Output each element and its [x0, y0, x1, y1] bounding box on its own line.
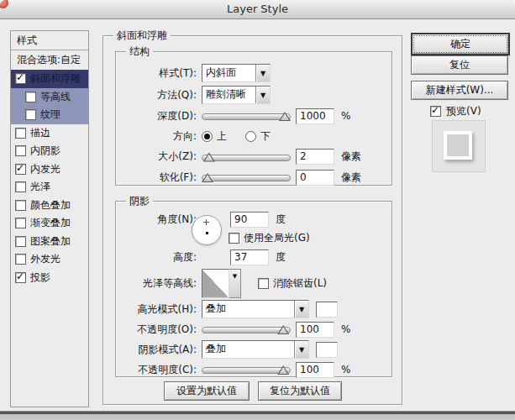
effect-checkbox[interactable]: [15, 73, 26, 84]
chevron-down-icon[interactable]: ▼: [294, 341, 308, 358]
size-unit: 像素: [341, 150, 361, 164]
set-default-button[interactable]: 设置为默认值: [164, 381, 250, 401]
effect-checkbox[interactable]: [15, 145, 26, 156]
style-row: 样式(T): 内斜面 ▼: [116, 62, 392, 84]
sidebar-item[interactable]: 等高线: [11, 88, 88, 107]
highlight-opacity-input[interactable]: 100: [296, 322, 334, 338]
shadow-opacity-label: 不透明度(C):: [123, 363, 197, 377]
preview-checkbox[interactable]: [430, 106, 441, 117]
size-input[interactable]: 2: [296, 149, 334, 165]
direction-up-radio[interactable]: [202, 131, 213, 142]
effect-checkbox[interactable]: [15, 128, 26, 139]
highlight-mode-dropdown[interactable]: 叠加 ▼: [202, 300, 309, 318]
soften-input[interactable]: 0: [296, 170, 334, 186]
sidebar-item[interactable]: 渐变叠加: [11, 214, 88, 233]
global-light-checkbox[interactable]: [229, 233, 239, 244]
window-bottom-edge: [0, 411, 515, 420]
shadow-mode-label: 阴影模式(A):: [123, 343, 197, 357]
style-label: 样式(T):: [123, 66, 197, 81]
effect-checkbox[interactable]: [25, 92, 36, 102]
sidebar-header: 样式: [11, 31, 88, 50]
direction-up-label[interactable]: 上: [217, 129, 227, 144]
sidebar-item-blending-options[interactable]: 混合选项:自定: [11, 50, 88, 70]
direction-down-label[interactable]: 下: [260, 129, 271, 144]
effect-checkbox[interactable]: [15, 200, 26, 211]
contour-thumbnail-icon[interactable]: [202, 269, 229, 298]
sidebar-item[interactable]: 内发光: [11, 160, 88, 179]
shadow-mode-value: 叠加: [202, 341, 294, 358]
depth-row: 深度(D): 1000 %: [116, 106, 392, 126]
sidebar-item[interactable]: 内阴影: [11, 142, 88, 160]
structure-group-title: 结构: [126, 45, 153, 59]
depth-slider[interactable]: [202, 109, 291, 123]
ok-button[interactable]: 确定: [411, 33, 510, 55]
sidebar-item[interactable]: 斜面和浮雕: [11, 70, 88, 88]
direction-down-radio[interactable]: [245, 131, 256, 142]
reset-default-button[interactable]: 复位为默认值: [258, 381, 342, 401]
sidebar-item[interactable]: 外发光: [11, 250, 88, 269]
effect-checkbox[interactable]: [15, 164, 26, 175]
effect-checkbox[interactable]: [15, 254, 26, 265]
sidebar-item-label: 渐变叠加: [30, 216, 71, 230]
depth-input[interactable]: 1000: [296, 108, 334, 124]
size-label: 大小(Z):: [123, 150, 197, 164]
altitude-input[interactable]: 37: [230, 249, 269, 265]
depth-unit: %: [341, 110, 350, 122]
shading-group: 阴影 角度(N): 90 度 使用全局光(G) 高度: 37 度: [115, 201, 392, 377]
sidebar-item[interactable]: 纹理: [11, 106, 88, 124]
reset-button[interactable]: 复位: [411, 55, 508, 75]
technique-dropdown[interactable]: 雕刻清晰 ▼: [202, 86, 271, 104]
preview-row: 预览(V): [430, 104, 481, 118]
soften-unit: 像素: [341, 171, 361, 185]
slider-track[interactable]: [202, 327, 291, 333]
sidebar-item[interactable]: 光泽: [11, 178, 88, 197]
slider-track[interactable]: [202, 113, 291, 120]
slider-track[interactable]: [202, 367, 291, 374]
soften-slider[interactable]: [202, 171, 291, 184]
angle-input[interactable]: 90: [230, 212, 269, 228]
size-slider[interactable]: [202, 150, 291, 164]
sidebar-item[interactable]: 投影: [11, 269, 88, 287]
effect-checkbox[interactable]: [15, 272, 26, 283]
angle-dial[interactable]: [192, 215, 222, 245]
effect-checkbox[interactable]: [15, 236, 26, 247]
size-row: 大小(Z): 2 像素: [116, 146, 392, 167]
anti-alias-checkbox[interactable]: [258, 278, 269, 289]
slider-track[interactable]: [202, 175, 291, 181]
chevron-down-icon[interactable]: ▼: [294, 301, 308, 318]
effect-checkbox[interactable]: [15, 181, 26, 192]
angle-center-dot-icon: [206, 232, 208, 234]
highlight-mode-label: 高光模式(H):: [123, 302, 197, 317]
style-dropdown[interactable]: 内斜面 ▼: [202, 64, 271, 82]
chevron-down-icon[interactable]: ▼: [255, 87, 270, 103]
chevron-down-icon[interactable]: ▼: [229, 269, 241, 298]
sidebar-item-label: 投影: [30, 270, 50, 285]
sidebar-item[interactable]: 颜色叠加: [11, 197, 88, 215]
effect-checkbox[interactable]: [25, 109, 36, 120]
preview-label[interactable]: 预览(V): [446, 104, 481, 118]
anti-alias-label[interactable]: 消除锯齿(L): [273, 276, 327, 291]
sidebar-item-label: 内发光: [30, 162, 60, 176]
slider-track[interactable]: [202, 155, 291, 161]
titlebar[interactable]: Layer Style: [0, 0, 515, 19]
shadow-opacity-slider[interactable]: [202, 363, 291, 376]
shadow-opacity-input[interactable]: 100: [296, 362, 334, 378]
shadow-mode-dropdown[interactable]: 叠加 ▼: [202, 340, 309, 359]
sidebar-item-label: 纹理: [40, 108, 60, 122]
gloss-contour-picker[interactable]: ▼: [202, 269, 241, 298]
depth-label: 深度(D):: [123, 109, 197, 123]
new-style-button[interactable]: 新建样式(W)...: [411, 81, 508, 100]
direction-label: 方向:: [123, 129, 197, 144]
highlight-opacity-label: 不透明度(O):: [123, 323, 197, 337]
highlight-mode-row: 高光模式(H): 叠加 ▼: [116, 299, 392, 319]
sidebar-item[interactable]: 描边: [11, 124, 88, 143]
shadow-color-swatch[interactable]: [316, 342, 338, 358]
highlight-opacity-slider[interactable]: [202, 323, 291, 336]
sidebar-item[interactable]: 图案叠加: [11, 233, 88, 251]
panel-title: 斜面和浮雕: [113, 29, 171, 43]
altitude-label: 高度:: [123, 250, 197, 265]
chevron-down-icon[interactable]: ▼: [255, 65, 270, 81]
global-light-label[interactable]: 使用全局光(G): [244, 231, 310, 245]
effect-checkbox[interactable]: [15, 218, 26, 228]
highlight-color-swatch[interactable]: [316, 302, 338, 318]
